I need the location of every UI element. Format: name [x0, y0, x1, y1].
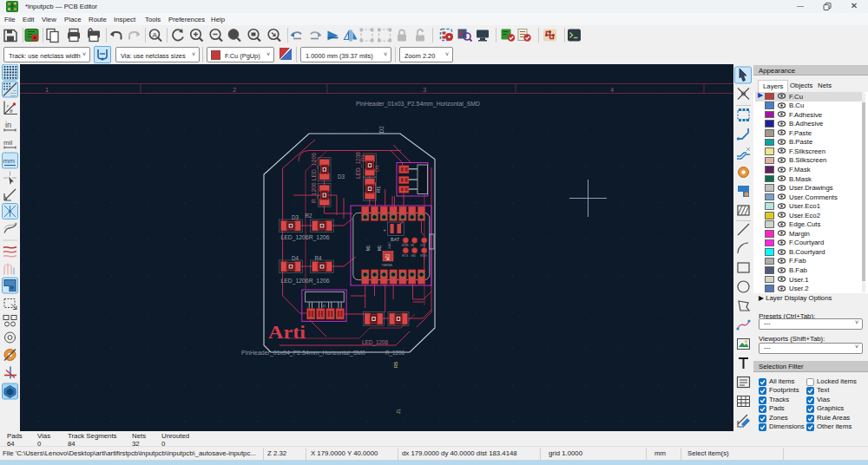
svg-text:+: + — [384, 227, 386, 232]
svg-text:D4: D4 — [292, 255, 299, 261]
svg-text:R3: R3 — [360, 154, 365, 161]
svg-text:R_1206 LED_1206: R_1206 LED_1206 — [311, 152, 318, 203]
svg-text:r: r — [7, 103, 9, 108]
svg-text:1: 1 — [45, 86, 49, 94]
svg-text:M1: M1 — [366, 245, 371, 251]
svg-text:R5: R5 — [393, 362, 398, 368]
svg-text:BAT: BAT — [391, 237, 400, 242]
svg-text:LED_1206: LED_1206 — [362, 339, 388, 346]
svg-text:D3: D3 — [338, 174, 345, 180]
svg-text:MTCK: MTCK — [402, 254, 409, 258]
svg-text:EN: EN — [411, 244, 414, 247]
svg-text:J1: J1 — [322, 304, 326, 308]
svg-text:THERML: THERML — [382, 264, 393, 267]
svg-text:R1: R1 — [376, 186, 381, 193]
svg-text:IO39: IO39 — [420, 244, 425, 247]
svg-text:mm: mm — [3, 157, 16, 165]
svg-text:2: 2 — [233, 86, 236, 94]
svg-text:J1: J1 — [396, 409, 401, 414]
svg-text:D3: D3 — [292, 214, 299, 220]
svg-text:XIAO: XIAO — [388, 242, 391, 249]
svg-text:D2: D2 — [378, 126, 385, 134]
svg-text:23: 23 — [385, 253, 390, 259]
svg-text:GND: GND — [411, 254, 416, 258]
svg-text:MTMS: MTMS — [402, 244, 409, 247]
svg-text:A: A — [153, 31, 158, 39]
svg-text:R_1206: R_1206 — [385, 350, 404, 357]
svg-text:θ: θ — [10, 108, 13, 114]
svg-text:LED_1206R_1206: LED_1206R_1206 — [281, 234, 331, 241]
svg-text:PinHeader_01x03_P2.54mm_Horizo: PinHeader_01x03_P2.54mm_Horizontal_SMD — [356, 101, 480, 108]
svg-text:4: 4 — [610, 86, 614, 94]
svg-text:Arti: Arti — [268, 322, 306, 343]
svg-text:PinHeader_01x04_P2.54mm_Horizo: PinHeader_01x04_P2.54mm_Horizontal_SM0 — [241, 350, 365, 357]
svg-text:M1: M1 — [378, 245, 382, 251]
svg-text:D9: D9 — [374, 165, 379, 172]
svg-text:R4: R4 — [315, 255, 323, 261]
svg-text:mil: mil — [3, 139, 12, 147]
svg-text:in: in — [5, 121, 11, 129]
svg-text:3: 3 — [423, 86, 426, 94]
svg-text:LED_1206R_1206: LED_1206R_1206 — [281, 278, 331, 285]
svg-text:R2: R2 — [306, 213, 313, 219]
svg-text:MTDO: MTDO — [420, 254, 427, 258]
